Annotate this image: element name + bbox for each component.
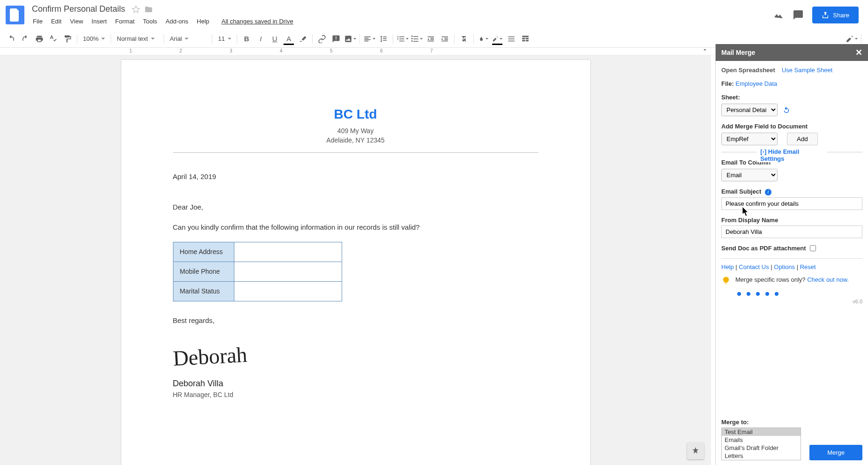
sender-name: Deborah Villa: [173, 377, 539, 390]
style-select[interactable]: Normal text: [114, 32, 161, 45]
close-icon[interactable]: ✕: [855, 47, 862, 58]
add-field-label: Add Merge Field to Document: [721, 123, 862, 130]
options-link[interactable]: Options: [774, 263, 795, 270]
docs-logo-icon[interactable]: [6, 6, 24, 24]
contact-link[interactable]: Contact Us: [739, 263, 769, 270]
hide-email-settings-link[interactable]: [-] Hide Email Settings: [756, 148, 827, 162]
activity-icon[interactable]: [773, 9, 784, 21]
merge-to-label: Merge to:: [721, 419, 862, 426]
clear-format-button[interactable]: [457, 32, 471, 45]
letter-regards: Best regards,: [173, 315, 539, 326]
letter-body: Can you kindly confirm that the followin…: [173, 222, 539, 233]
collapse-sidebar-icon[interactable]: [699, 45, 711, 54]
tip-text: Merge specific rows only? Check out now.: [735, 276, 849, 283]
align-button[interactable]: [363, 32, 376, 45]
reset-link[interactable]: Reset: [800, 263, 816, 270]
version-label: v6.0: [721, 299, 862, 304]
border-color-button[interactable]: [477, 32, 490, 45]
menu-edit[interactable]: Edit: [47, 16, 65, 27]
company-address-2: Adelaide, NY 12345: [173, 136, 539, 145]
carousel-dots[interactable]: [721, 292, 862, 296]
tip-link[interactable]: Check out now.: [807, 276, 849, 283]
lightbulb-icon: [721, 276, 731, 285]
paint-format-button[interactable]: [61, 32, 74, 45]
explore-button[interactable]: [687, 442, 704, 459]
redo-button[interactable]: [19, 32, 32, 45]
company-address-1: 409 My Way: [173, 127, 539, 136]
table-row-label: Mobile Phone: [173, 262, 234, 282]
open-spreadsheet-link[interactable]: Open Spreadsheet: [721, 67, 775, 74]
menu-insert[interactable]: Insert: [88, 16, 111, 27]
merge-option[interactable]: Test Email: [722, 428, 801, 436]
menu-addons[interactable]: Add-ons: [162, 16, 192, 27]
fontsize-select[interactable]: 11: [215, 32, 234, 45]
star-icon[interactable]: [132, 5, 140, 14]
from-display-label: From Display Name: [721, 217, 862, 224]
pdf-attach-label: Send Doc as PDF attachment: [721, 245, 806, 252]
spellcheck-button[interactable]: [47, 32, 60, 45]
pdf-attach-checkbox[interactable]: [810, 245, 816, 251]
share-button[interactable]: Share: [812, 7, 859, 23]
menu-bar: File Edit View Insert Format Tools Add-o…: [29, 16, 773, 27]
image-button[interactable]: [344, 32, 357, 45]
indent-button[interactable]: [438, 32, 451, 45]
merge-to-list[interactable]: Test Email Emails Gmail's Draft Folder L…: [721, 428, 801, 460]
use-sample-link[interactable]: Use Sample Sheet: [782, 67, 832, 74]
letter-greeting: Dear Joe,: [173, 202, 539, 213]
numbered-list-button[interactable]: [396, 32, 409, 45]
sheet-select[interactable]: Personal Details: [721, 104, 778, 116]
email-subject-input[interactable]: [721, 197, 862, 210]
menu-tools[interactable]: Tools: [139, 16, 161, 27]
text-color-button[interactable]: A: [282, 32, 295, 45]
merge-button[interactable]: Merge: [809, 445, 862, 460]
link-button[interactable]: [315, 32, 329, 45]
line-spacing-button[interactable]: [377, 32, 390, 45]
table-row-label: Home Address: [173, 242, 234, 262]
merge-field-select[interactable]: EmpRef: [721, 133, 778, 145]
info-icon[interactable]: i: [765, 189, 771, 195]
company-name: BC Ltd: [173, 107, 539, 122]
sidebar-title: Mail Merge: [721, 49, 755, 56]
editing-mode-button[interactable]: [845, 32, 858, 45]
signature-image: Deborah: [172, 338, 248, 375]
undo-button[interactable]: [5, 32, 18, 45]
document-title[interactable]: Confirm Personal Details: [29, 3, 128, 15]
from-display-input[interactable]: [721, 225, 862, 238]
save-status[interactable]: All changes saved in Drive: [218, 16, 297, 27]
document-page: BC Ltd 409 My Way Adelaide, NY 12345 Apr…: [121, 60, 590, 465]
comment-button[interactable]: [329, 32, 343, 45]
file-link[interactable]: Employee Data: [735, 80, 777, 87]
email-to-select[interactable]: Email: [721, 169, 778, 181]
outdent-button[interactable]: [424, 32, 437, 45]
border-weight-button[interactable]: [491, 32, 504, 45]
font-select[interactable]: Arial: [167, 32, 209, 45]
print-button[interactable]: [33, 32, 46, 45]
sender-title: HR Manager, BC Ltd: [173, 390, 539, 400]
mail-merge-sidebar: Mail Merge ✕ Open Spreadsheet Use Sample…: [715, 44, 868, 465]
refresh-icon[interactable]: [782, 106, 791, 114]
merge-option[interactable]: Letters: [722, 452, 801, 460]
italic-button[interactable]: I: [254, 32, 267, 45]
letter-date: April 14, 2019: [173, 172, 539, 182]
merge-option[interactable]: Gmail's Draft Folder: [722, 444, 801, 452]
table-button[interactable]: [519, 32, 532, 45]
bullet-list-button[interactable]: [410, 32, 423, 45]
email-subject-label: Email Subject: [721, 188, 761, 195]
highlight-button[interactable]: [296, 32, 309, 45]
menu-help[interactable]: Help: [193, 16, 213, 27]
share-label: Share: [833, 12, 849, 19]
menu-file[interactable]: File: [29, 16, 46, 27]
help-link[interactable]: Help: [721, 263, 734, 270]
merge-option[interactable]: Emails: [722, 436, 801, 444]
sheet-label: Sheet:: [721, 94, 862, 101]
border-style-button[interactable]: [505, 32, 518, 45]
menu-format[interactable]: Format: [112, 16, 138, 27]
menu-view[interactable]: View: [66, 16, 87, 27]
bold-button[interactable]: B: [240, 32, 253, 45]
comments-icon[interactable]: [793, 9, 804, 21]
underline-button[interactable]: U: [268, 32, 281, 45]
add-field-button[interactable]: Add: [787, 133, 818, 145]
file-label: File:: [721, 80, 734, 87]
zoom-select[interactable]: 100%: [80, 32, 108, 45]
folder-icon[interactable]: [144, 5, 153, 14]
